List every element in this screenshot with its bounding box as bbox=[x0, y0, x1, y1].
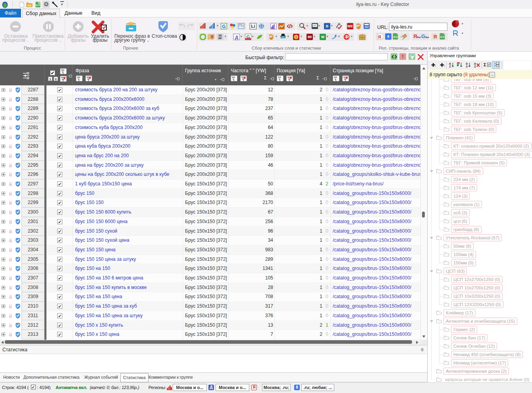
svg-text:G: G bbox=[247, 35, 250, 39]
svg-text:RP: RP bbox=[218, 37, 222, 40]
svg-text:XLS: XLS bbox=[393, 36, 398, 38]
svg-text:SE: SE bbox=[218, 34, 222, 37]
svg-text:Д: Д bbox=[235, 35, 238, 40]
svg-text:Я: Я bbox=[434, 34, 437, 40]
svg-text:Li: Li bbox=[251, 24, 255, 29]
svg-text:Я: Я bbox=[378, 35, 381, 39]
svg-text:XLS: XLS bbox=[440, 36, 445, 38]
svg-text:$: $ bbox=[295, 35, 297, 39]
svg-text:3: 3 bbox=[466, 65, 467, 68]
svg-text:G: G bbox=[222, 24, 226, 29]
svg-text:Z: Z bbox=[449, 65, 451, 68]
svg-text:XLS: XLS bbox=[36, 4, 40, 6]
svg-text:Z: Z bbox=[474, 65, 476, 68]
